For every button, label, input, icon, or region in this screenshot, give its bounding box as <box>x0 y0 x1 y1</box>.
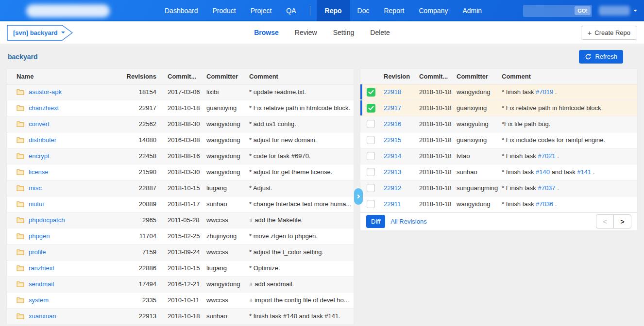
revisions-cell: 21590 <box>126 164 161 180</box>
revision-link[interactable]: 22917 <box>384 104 401 112</box>
next-page-button[interactable]: > <box>613 214 631 228</box>
select-cell <box>360 164 384 180</box>
commit-date-cell: 2018-10-18 <box>419 84 457 100</box>
folder-icon <box>17 265 24 271</box>
search-input[interactable] <box>527 7 575 14</box>
create-repo-label: Create Repo <box>594 29 630 36</box>
repo-tabs: BrowseReviewSettingDelete <box>254 29 390 36</box>
revision-link[interactable]: 22914 <box>384 152 401 160</box>
search-go-button[interactable]: GO! <box>575 6 591 15</box>
revision-link[interactable]: 22915 <box>384 136 401 144</box>
create-repo-button[interactable]: + Create Repo <box>581 26 637 40</box>
nav-item-project[interactable]: Project <box>243 0 279 21</box>
committer-cell: lvtao <box>457 148 502 164</box>
prev-page-button[interactable]: < <box>596 214 614 228</box>
tab-review[interactable]: Review <box>295 29 317 36</box>
folder-name-link[interactable]: phpgen <box>29 232 50 240</box>
nav-item-doc[interactable]: Doc <box>350 0 377 21</box>
revision-checkbox[interactable] <box>367 88 375 97</box>
commit-date-cell: 2010-10-11 <box>161 292 206 308</box>
revision-checkbox[interactable] <box>367 152 375 160</box>
task-link[interactable]: #7021 <box>538 152 555 160</box>
revision-row: 22917 2018-10-18 guanxiying * Fix relati… <box>360 100 637 116</box>
revision-checkbox[interactable] <box>367 120 375 128</box>
nav-item-report[interactable]: Report <box>376 0 411 21</box>
nav-item-company[interactable]: Company <box>412 0 456 21</box>
folder-name-link[interactable]: sendmail <box>29 280 54 288</box>
comment-cell: * adjust the t_color setting. <box>249 244 354 260</box>
revision-row: 22913 2018-10-18 sunhao * finish task #1… <box>360 164 637 180</box>
revision-checkbox[interactable] <box>367 136 375 144</box>
folder-name-link[interactable]: misc <box>29 184 42 192</box>
comment-cell: * Finish task #7037 . <box>502 180 637 196</box>
task-link[interactable]: #141 <box>577 168 591 176</box>
revision-checkbox[interactable] <box>367 104 375 113</box>
revision-link[interactable]: 22912 <box>384 184 401 192</box>
revision-link[interactable]: 22911 <box>384 200 401 208</box>
folder-name-link[interactable]: profile <box>29 248 46 256</box>
nav-item-qa[interactable]: QA <box>279 0 303 21</box>
revision-checkbox[interactable] <box>367 200 375 208</box>
comment-cell: * Adjust. <box>249 180 354 196</box>
tab-setting[interactable]: Setting <box>333 29 355 36</box>
user-menu[interactable] <box>599 6 637 16</box>
nav-item-repo[interactable]: Repo <box>317 0 350 21</box>
comment-cell: * code for task #6970. <box>249 148 354 164</box>
revision-link[interactable]: 22918 <box>384 88 401 96</box>
commit-date-cell: 2018-10-18 <box>419 132 457 148</box>
folder-name-link[interactable]: niutui <box>29 200 44 208</box>
repo-folder-row: phpgen 11704 2015-02-25 zhujinyong * mov… <box>7 228 354 244</box>
folder-name-link[interactable]: asustor-apk <box>29 88 62 96</box>
folder-name-link[interactable]: system <box>29 296 49 304</box>
revision-checkbox[interactable] <box>367 168 375 176</box>
main-content: backyard Refresh Name Revisions Commit..… <box>0 44 644 325</box>
refresh-button[interactable]: Refresh <box>579 50 623 64</box>
nav-item-admin[interactable]: Admin <box>455 0 489 21</box>
commit-date-cell: 2018-10-15 <box>161 260 206 276</box>
task-link[interactable]: #7019 <box>536 88 553 96</box>
folder-name-link[interactable]: encrypt <box>29 152 50 160</box>
committer-cell: wangyidong <box>206 148 249 164</box>
revisions-cell: 2335 <box>126 292 161 308</box>
folder-name-cell: niutui <box>7 196 126 212</box>
folder-name-link[interactable]: xuanxuan <box>29 312 56 320</box>
repo-picker-dropdown[interactable]: [svn] backyard <box>7 25 73 41</box>
folder-name-link[interactable]: ranzhiext <box>29 264 54 272</box>
commit-date-cell: 2015-02-25 <box>161 228 206 244</box>
repo-folder-row: asustor-apk 18154 2017-03-06 lixibi * up… <box>7 84 354 100</box>
comment-cell: * adjust for get theme license. <box>249 164 354 180</box>
folder-icon <box>17 249 24 255</box>
task-link[interactable]: #7037 <box>538 184 555 192</box>
folder-name-link[interactable]: chanzhiext <box>29 104 59 112</box>
revision-row: 22912 2018-10-18 sunguangming * Finish t… <box>360 180 637 196</box>
caret-down-icon <box>61 32 65 35</box>
tab-delete[interactable]: Delete <box>370 29 390 36</box>
all-revisions-link[interactable]: All Revisions <box>390 218 426 225</box>
revision-link[interactable]: 22916 <box>384 120 401 128</box>
column-header-comment: Comment <box>249 69 354 84</box>
diff-button[interactable]: Diff <box>366 215 385 228</box>
tab-browse[interactable]: Browse <box>254 29 279 36</box>
folder-name-cell: convert <box>7 116 126 132</box>
revision-cell: 22911 <box>384 196 419 212</box>
task-link[interactable]: #140 <box>536 168 550 176</box>
comment-cell: * change Interface text more huma... <box>249 196 354 212</box>
revisions-footer: Diff All Revisions < > <box>360 212 637 230</box>
folder-name-link[interactable]: license <box>29 168 48 176</box>
nav-item-dashboard[interactable]: Dashboard <box>157 0 205 21</box>
folder-name-link[interactable]: phpdocpatch <box>29 216 65 224</box>
nav-item-product[interactable]: Product <box>205 0 243 21</box>
app-logo[interactable] <box>26 4 110 17</box>
panel-collapse-handle[interactable] <box>354 188 363 205</box>
panels: Name Revisions Commit... Committer Comme… <box>7 69 637 325</box>
task-link[interactable]: #7036 <box>536 200 553 208</box>
revisions-cell: 22886 <box>126 260 161 276</box>
folder-name-link[interactable]: convert <box>29 120 50 128</box>
folder-name-link[interactable]: distributer <box>29 136 56 144</box>
refresh-label: Refresh <box>595 53 617 60</box>
column-header-committer: Committer <box>457 69 502 84</box>
revision-row: 22918 2018-10-18 wangyidong * finish tas… <box>360 84 637 100</box>
comment-cell: * Finish task #7021 . <box>502 148 637 164</box>
revision-checkbox[interactable] <box>367 184 375 192</box>
revision-link[interactable]: 22913 <box>384 168 401 176</box>
